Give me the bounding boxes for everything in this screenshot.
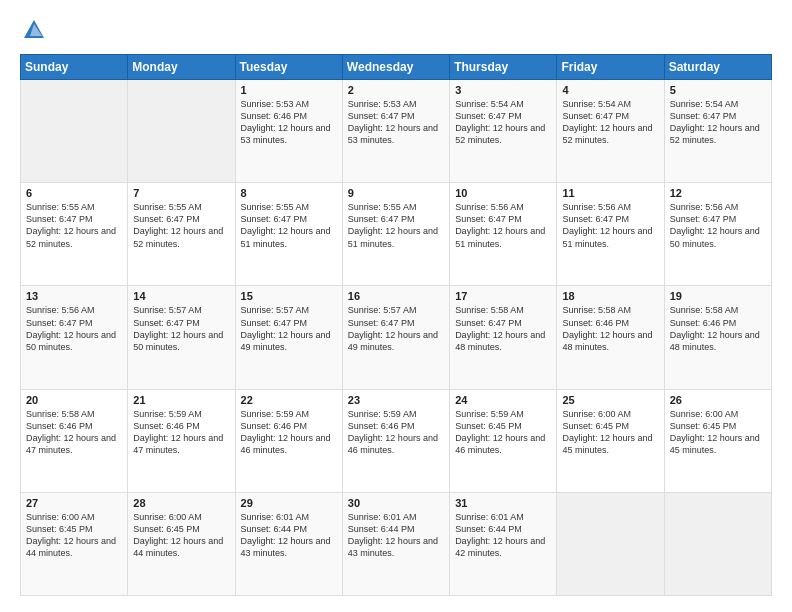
day-cell: 19 Sunrise: 5:58 AMSunset: 6:46 PMDaylig…: [664, 286, 771, 389]
day-cell: 2 Sunrise: 5:53 AMSunset: 6:47 PMDayligh…: [342, 80, 449, 183]
week-row-2: 6 Sunrise: 5:55 AMSunset: 6:47 PMDayligh…: [21, 183, 772, 286]
day-cell: 8 Sunrise: 5:55 AMSunset: 6:47 PMDayligh…: [235, 183, 342, 286]
day-cell: 29 Sunrise: 6:01 AMSunset: 6:44 PMDaylig…: [235, 492, 342, 595]
day-cell: 22 Sunrise: 5:59 AMSunset: 6:46 PMDaylig…: [235, 389, 342, 492]
day-cell: 6 Sunrise: 5:55 AMSunset: 6:47 PMDayligh…: [21, 183, 128, 286]
day-info: Sunrise: 5:54 AMSunset: 6:47 PMDaylight:…: [670, 98, 766, 147]
day-cell: 25 Sunrise: 6:00 AMSunset: 6:45 PMDaylig…: [557, 389, 664, 492]
header: [20, 16, 772, 44]
day-number: 30: [348, 497, 444, 509]
day-cell: 26 Sunrise: 6:00 AMSunset: 6:45 PMDaylig…: [664, 389, 771, 492]
day-info: Sunrise: 6:00 AMSunset: 6:45 PMDaylight:…: [562, 408, 658, 457]
day-cell: 23 Sunrise: 5:59 AMSunset: 6:46 PMDaylig…: [342, 389, 449, 492]
week-row-5: 27 Sunrise: 6:00 AMSunset: 6:45 PMDaylig…: [21, 492, 772, 595]
day-cell: 18 Sunrise: 5:58 AMSunset: 6:46 PMDaylig…: [557, 286, 664, 389]
day-info: Sunrise: 6:00 AMSunset: 6:45 PMDaylight:…: [26, 511, 122, 560]
day-info: Sunrise: 5:57 AMSunset: 6:47 PMDaylight:…: [348, 304, 444, 353]
day-cell: 24 Sunrise: 5:59 AMSunset: 6:45 PMDaylig…: [450, 389, 557, 492]
week-row-4: 20 Sunrise: 5:58 AMSunset: 6:46 PMDaylig…: [21, 389, 772, 492]
day-info: Sunrise: 5:58 AMSunset: 6:46 PMDaylight:…: [26, 408, 122, 457]
day-cell: 3 Sunrise: 5:54 AMSunset: 6:47 PMDayligh…: [450, 80, 557, 183]
day-info: Sunrise: 5:58 AMSunset: 6:47 PMDaylight:…: [455, 304, 551, 353]
day-number: 25: [562, 394, 658, 406]
weekday-header-sunday: Sunday: [21, 55, 128, 80]
day-number: 11: [562, 187, 658, 199]
logo: [20, 16, 52, 44]
day-cell: 9 Sunrise: 5:55 AMSunset: 6:47 PMDayligh…: [342, 183, 449, 286]
day-number: 7: [133, 187, 229, 199]
day-number: 21: [133, 394, 229, 406]
day-info: Sunrise: 6:00 AMSunset: 6:45 PMDaylight:…: [670, 408, 766, 457]
day-cell: 15 Sunrise: 5:57 AMSunset: 6:47 PMDaylig…: [235, 286, 342, 389]
weekday-header-saturday: Saturday: [664, 55, 771, 80]
day-info: Sunrise: 5:55 AMSunset: 6:47 PMDaylight:…: [348, 201, 444, 250]
day-info: Sunrise: 5:54 AMSunset: 6:47 PMDaylight:…: [455, 98, 551, 147]
day-cell: 4 Sunrise: 5:54 AMSunset: 6:47 PMDayligh…: [557, 80, 664, 183]
day-number: 5: [670, 84, 766, 96]
day-info: Sunrise: 5:56 AMSunset: 6:47 PMDaylight:…: [670, 201, 766, 250]
day-number: 28: [133, 497, 229, 509]
day-cell: 14 Sunrise: 5:57 AMSunset: 6:47 PMDaylig…: [128, 286, 235, 389]
day-number: 31: [455, 497, 551, 509]
day-info: Sunrise: 6:01 AMSunset: 6:44 PMDaylight:…: [455, 511, 551, 560]
week-row-3: 13 Sunrise: 5:56 AMSunset: 6:47 PMDaylig…: [21, 286, 772, 389]
day-cell: 30 Sunrise: 6:01 AMSunset: 6:44 PMDaylig…: [342, 492, 449, 595]
day-cell: 20 Sunrise: 5:58 AMSunset: 6:46 PMDaylig…: [21, 389, 128, 492]
day-number: 3: [455, 84, 551, 96]
calendar-table: SundayMondayTuesdayWednesdayThursdayFrid…: [20, 54, 772, 596]
day-info: Sunrise: 6:01 AMSunset: 6:44 PMDaylight:…: [241, 511, 337, 560]
day-number: 24: [455, 394, 551, 406]
day-cell: 13 Sunrise: 5:56 AMSunset: 6:47 PMDaylig…: [21, 286, 128, 389]
day-cell: 12 Sunrise: 5:56 AMSunset: 6:47 PMDaylig…: [664, 183, 771, 286]
day-cell: 7 Sunrise: 5:55 AMSunset: 6:47 PMDayligh…: [128, 183, 235, 286]
day-info: Sunrise: 6:01 AMSunset: 6:44 PMDaylight:…: [348, 511, 444, 560]
day-number: 20: [26, 394, 122, 406]
weekday-header-row: SundayMondayTuesdayWednesdayThursdayFrid…: [21, 55, 772, 80]
day-info: Sunrise: 5:57 AMSunset: 6:47 PMDaylight:…: [133, 304, 229, 353]
day-info: Sunrise: 5:58 AMSunset: 6:46 PMDaylight:…: [670, 304, 766, 353]
day-number: 6: [26, 187, 122, 199]
day-cell: [557, 492, 664, 595]
day-cell: 28 Sunrise: 6:00 AMSunset: 6:45 PMDaylig…: [128, 492, 235, 595]
day-number: 12: [670, 187, 766, 199]
day-cell: 5 Sunrise: 5:54 AMSunset: 6:47 PMDayligh…: [664, 80, 771, 183]
day-number: 23: [348, 394, 444, 406]
day-info: Sunrise: 5:53 AMSunset: 6:47 PMDaylight:…: [348, 98, 444, 147]
day-cell: 17 Sunrise: 5:58 AMSunset: 6:47 PMDaylig…: [450, 286, 557, 389]
day-cell: 11 Sunrise: 5:56 AMSunset: 6:47 PMDaylig…: [557, 183, 664, 286]
day-cell: [128, 80, 235, 183]
day-info: Sunrise: 5:58 AMSunset: 6:46 PMDaylight:…: [562, 304, 658, 353]
day-info: Sunrise: 5:55 AMSunset: 6:47 PMDaylight:…: [241, 201, 337, 250]
day-number: 10: [455, 187, 551, 199]
day-number: 17: [455, 290, 551, 302]
day-info: Sunrise: 5:55 AMSunset: 6:47 PMDaylight:…: [26, 201, 122, 250]
day-info: Sunrise: 6:00 AMSunset: 6:45 PMDaylight:…: [133, 511, 229, 560]
day-cell: 31 Sunrise: 6:01 AMSunset: 6:44 PMDaylig…: [450, 492, 557, 595]
day-cell: 21 Sunrise: 5:59 AMSunset: 6:46 PMDaylig…: [128, 389, 235, 492]
weekday-header-monday: Monday: [128, 55, 235, 80]
day-cell: 16 Sunrise: 5:57 AMSunset: 6:47 PMDaylig…: [342, 286, 449, 389]
logo-icon: [20, 16, 48, 44]
day-info: Sunrise: 5:56 AMSunset: 6:47 PMDaylight:…: [26, 304, 122, 353]
weekday-header-wednesday: Wednesday: [342, 55, 449, 80]
day-number: 9: [348, 187, 444, 199]
day-info: Sunrise: 5:56 AMSunset: 6:47 PMDaylight:…: [455, 201, 551, 250]
day-info: Sunrise: 5:59 AMSunset: 6:46 PMDaylight:…: [133, 408, 229, 457]
weekday-header-friday: Friday: [557, 55, 664, 80]
week-row-1: 1 Sunrise: 5:53 AMSunset: 6:46 PMDayligh…: [21, 80, 772, 183]
day-number: 26: [670, 394, 766, 406]
day-info: Sunrise: 5:55 AMSunset: 6:47 PMDaylight:…: [133, 201, 229, 250]
day-cell: 1 Sunrise: 5:53 AMSunset: 6:46 PMDayligh…: [235, 80, 342, 183]
day-info: Sunrise: 5:53 AMSunset: 6:46 PMDaylight:…: [241, 98, 337, 147]
day-number: 16: [348, 290, 444, 302]
day-cell: 10 Sunrise: 5:56 AMSunset: 6:47 PMDaylig…: [450, 183, 557, 286]
day-number: 27: [26, 497, 122, 509]
day-number: 13: [26, 290, 122, 302]
day-info: Sunrise: 5:56 AMSunset: 6:47 PMDaylight:…: [562, 201, 658, 250]
day-cell: [664, 492, 771, 595]
day-number: 4: [562, 84, 658, 96]
day-number: 8: [241, 187, 337, 199]
calendar-page: SundayMondayTuesdayWednesdayThursdayFrid…: [0, 0, 792, 612]
day-cell: [21, 80, 128, 183]
day-number: 19: [670, 290, 766, 302]
